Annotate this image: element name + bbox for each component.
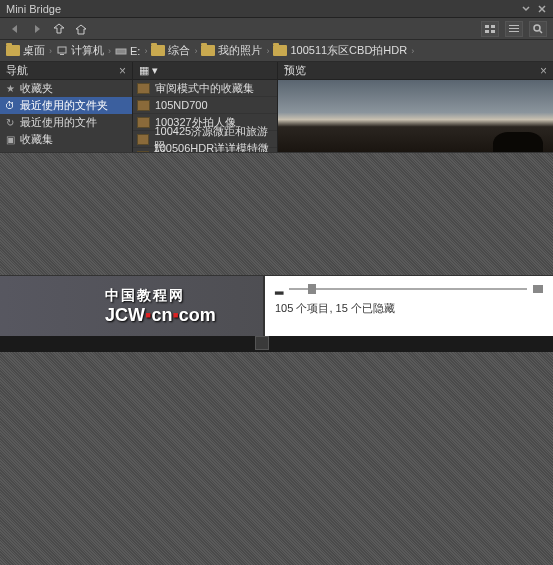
- folder-icon: [273, 45, 287, 56]
- watermark: 中国教程网 JCW▪cn▪com: [0, 276, 265, 336]
- list-mode-icon[interactable]: [505, 21, 523, 37]
- file-list: 审阅模式中的收藏集 105ND700 100327外拍人像 100425济源微距…: [133, 80, 277, 152]
- folder-icon: [201, 45, 215, 56]
- svg-marker-3: [35, 25, 40, 33]
- status-bar: ▂ 105 个项目, 15 个已隐藏: [265, 276, 553, 336]
- titlebar: Mini Bridge: [0, 0, 553, 18]
- nav-tree: ★收藏夹 ⏱最近使用的文件夹 ↻最近使用的文件 ▣收藏集: [0, 80, 132, 152]
- chevron-right-icon: ›: [49, 46, 52, 56]
- chevron-right-icon: ›: [144, 46, 147, 56]
- thumb-icon: [137, 151, 149, 153]
- nav-item-recent-folders[interactable]: ⏱最近使用的文件夹: [0, 97, 132, 114]
- nav-item-recent-files[interactable]: ↻最近使用的文件: [0, 114, 132, 131]
- preview-body: [278, 80, 553, 152]
- view-mode-icon[interactable]: [481, 21, 499, 37]
- svg-point-11: [534, 25, 540, 31]
- svg-line-12: [540, 30, 543, 33]
- svg-rect-13: [58, 47, 66, 53]
- empty-area: [0, 352, 553, 565]
- minimize-icon[interactable]: [521, 4, 531, 14]
- clock-icon: ⏱: [4, 100, 16, 111]
- folder-icon: [6, 45, 20, 56]
- thumb-icon: [137, 83, 150, 94]
- breadcrumb-item[interactable]: 综合: [151, 43, 190, 58]
- list-item[interactable]: 100506HDR详详模特微微距: [133, 148, 277, 152]
- svg-rect-6: [485, 30, 489, 33]
- thumbnail-area: [0, 152, 553, 276]
- svg-rect-10: [509, 31, 519, 32]
- bottom-bar: 中国教程网 JCW▪cn▪com ▂ 105 个项目, 15 个已隐藏: [0, 276, 553, 336]
- divider-strip: [0, 336, 553, 352]
- window-title: Mini Bridge: [6, 3, 61, 15]
- close-icon[interactable]: [537, 4, 547, 14]
- star-icon: ★: [4, 83, 16, 94]
- up-button[interactable]: [50, 21, 68, 37]
- watermark-line1: 中国教程网: [105, 287, 263, 305]
- redo-icon: ↻: [4, 117, 16, 128]
- folder-icon: ▣: [4, 134, 16, 145]
- slider-track[interactable]: [289, 288, 527, 290]
- list-item[interactable]: 审阅模式中的收藏集: [133, 80, 277, 97]
- svg-rect-8: [509, 25, 519, 26]
- breadcrumb-item[interactable]: 计算机: [56, 43, 104, 58]
- watermark-line2: JCW▪cn▪com: [105, 305, 263, 326]
- chevron-right-icon: ›: [108, 46, 111, 56]
- resize-handle[interactable]: [255, 336, 269, 350]
- breadcrumb-item[interactable]: E:: [115, 45, 140, 57]
- svg-rect-7: [491, 30, 495, 33]
- list-item[interactable]: 105ND700: [133, 97, 277, 114]
- chevron-right-icon: ›: [194, 46, 197, 56]
- close-icon[interactable]: ×: [119, 64, 126, 78]
- slider-min-icon: ▂: [275, 282, 283, 295]
- preview-image: [278, 80, 553, 152]
- breadcrumb-item[interactable]: 我的照片: [201, 43, 262, 58]
- slider-thumb[interactable]: [308, 284, 316, 294]
- content-header-icon: ▦ ▾: [139, 64, 158, 77]
- nav-panel-title: 导航: [6, 63, 28, 78]
- nav-panel-header: 导航 ×: [0, 62, 132, 80]
- preview-panel: 预览 ×: [278, 62, 553, 152]
- svg-rect-14: [60, 54, 64, 55]
- svg-rect-9: [509, 28, 519, 29]
- svg-rect-15: [116, 49, 126, 54]
- preview-panel-header: 预览 ×: [278, 62, 553, 80]
- breadcrumb-item[interactable]: 100511东区CBD拍HDR: [273, 43, 407, 58]
- preview-panel-title: 预览: [284, 63, 306, 78]
- svg-marker-2: [12, 25, 17, 33]
- nav-toolbar: [0, 18, 553, 40]
- breadcrumb-item[interactable]: 桌面: [6, 43, 45, 58]
- content-panel: ▦ ▾ 审阅模式中的收藏集 105ND700 100327外拍人像 100425…: [133, 62, 278, 152]
- close-icon[interactable]: ×: [540, 64, 547, 78]
- thumb-icon: [137, 100, 150, 111]
- breadcrumb: 桌面› 计算机› E:› 综合› 我的照片› 100511东区CBD拍HDR›: [0, 40, 553, 62]
- thumb-icon: [137, 134, 149, 145]
- content-panel-header: ▦ ▾: [133, 62, 277, 80]
- drive-icon: [115, 46, 127, 56]
- slider-max-icon: [533, 285, 543, 293]
- computer-icon: [56, 45, 68, 57]
- search-icon[interactable]: [529, 21, 547, 37]
- chevron-right-icon: ›: [266, 46, 269, 56]
- home-button[interactable]: [72, 21, 90, 37]
- thumb-icon: [137, 117, 150, 128]
- status-text: 105 个项目, 15 个已隐藏: [275, 301, 543, 316]
- nav-item-collections[interactable]: ▣收藏集: [0, 131, 132, 148]
- forward-button[interactable]: [28, 21, 46, 37]
- zoom-slider[interactable]: ▂: [275, 282, 543, 295]
- svg-rect-5: [491, 25, 495, 28]
- nav-panel: 导航 × ★收藏夹 ⏱最近使用的文件夹 ↻最近使用的文件 ▣收藏集: [0, 62, 133, 152]
- chevron-right-icon: ›: [411, 46, 414, 56]
- back-button[interactable]: [6, 21, 24, 37]
- nav-item-favorites[interactable]: ★收藏夹: [0, 80, 132, 97]
- svg-rect-4: [485, 25, 489, 28]
- folder-icon: [151, 45, 165, 56]
- main-panels: 导航 × ★收藏夹 ⏱最近使用的文件夹 ↻最近使用的文件 ▣收藏集 ▦ ▾ 审阅…: [0, 62, 553, 152]
